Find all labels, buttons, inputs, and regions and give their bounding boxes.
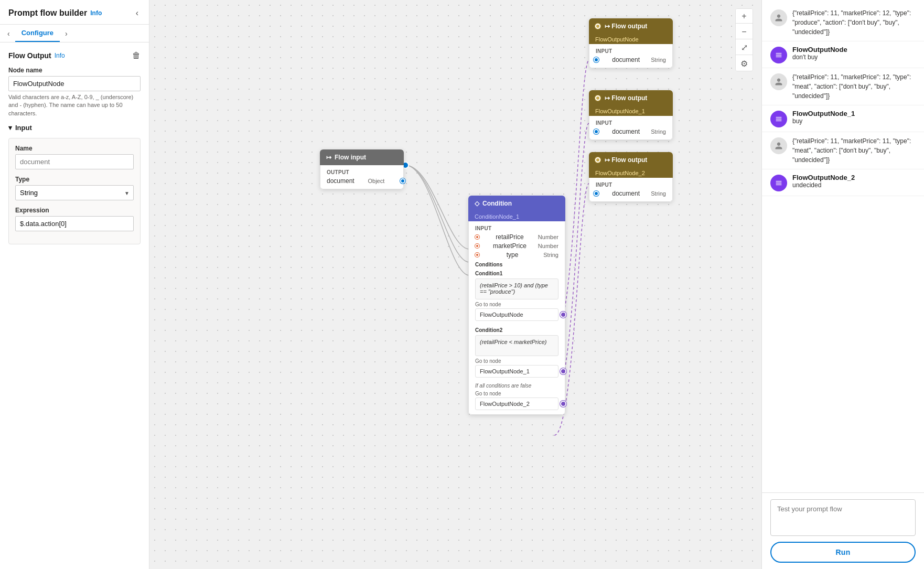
flow-output-1-field-name: document bbox=[612, 56, 640, 63]
avatar-4 bbox=[770, 111, 787, 127]
condition-retailprice-row: retailPrice Number bbox=[475, 233, 558, 241]
condition-icon: ◇ bbox=[475, 200, 479, 207]
result-value-2: don't buy bbox=[792, 53, 847, 61]
flow-input-body: Output document Object bbox=[320, 165, 404, 189]
tab-configure[interactable]: Configure bbox=[15, 25, 60, 42]
nav-tabs: ‹ Configure › bbox=[0, 25, 149, 42]
flow-output-2-header: ↦ Flow output bbox=[589, 90, 673, 106]
fit-view-button[interactable]: ⤢ bbox=[736, 40, 753, 55]
result-text-3: {"retailPrice": 11, "marketPrice": 12, "… bbox=[792, 72, 916, 101]
flow-output-3-title: ↦ Flow output bbox=[605, 156, 647, 164]
result-row-1: {"retailPrice": 11, "marketPrice": 12, "… bbox=[770, 8, 916, 37]
zoom-in-button[interactable]: + bbox=[736, 9, 753, 24]
input-section-header[interactable]: ▾ Input bbox=[8, 124, 141, 132]
flow-output-node-3[interactable]: ↦ Flow output FlowOutputNode_2 Input doc… bbox=[589, 152, 673, 202]
goto-node-1-text: FlowOutputNode bbox=[480, 312, 523, 318]
flow-output-2-body: Input document String bbox=[589, 116, 673, 140]
expression-field-group: Expression bbox=[15, 207, 134, 231]
right-panel: {"retailPrice": 11, "marketPrice": 12, "… bbox=[761, 0, 924, 569]
node-name-input[interactable] bbox=[8, 76, 141, 91]
name-field-group: Name bbox=[15, 145, 134, 169]
goto-node-2-text: FlowOutputNode_1 bbox=[480, 368, 530, 374]
type-label: type bbox=[507, 251, 519, 259]
flow-output-3-dot bbox=[595, 157, 600, 163]
retailprice-label: retailPrice bbox=[496, 233, 523, 241]
result-value-6: undecided bbox=[792, 181, 855, 189]
expression-field-input[interactable] bbox=[15, 216, 134, 231]
collapse-panel-button[interactable]: ‹ bbox=[134, 7, 141, 19]
result-row-2: FlowOutputNode don't buy bbox=[770, 46, 916, 63]
result-row-5: {"retailPrice": 11, "marketPrice": 11, "… bbox=[770, 136, 916, 165]
name-field-label: Name bbox=[15, 145, 134, 152]
condition-header: ◇ Condition bbox=[468, 196, 565, 211]
type-select[interactable]: String bbox=[15, 185, 134, 200]
type-field-label: Type bbox=[15, 176, 134, 183]
goto-node-2: FlowOutputNode_1 bbox=[475, 365, 558, 378]
type-field-group: Type String ▼ bbox=[15, 176, 134, 200]
flow-output-3-connector bbox=[594, 191, 599, 196]
flow-input-field-row: document Object bbox=[327, 177, 397, 185]
input-section-label: Input bbox=[15, 124, 32, 132]
flow-output-2-input-label: Input bbox=[596, 120, 666, 126]
prompt-textarea[interactable] bbox=[770, 499, 916, 536]
flow-output-1-body: Input document String bbox=[589, 44, 673, 68]
result-text-5: {"retailPrice": 11, "marketPrice": 11, "… bbox=[792, 136, 916, 165]
flow-output-2-dot bbox=[595, 95, 600, 101]
flow-input-title: Flow input bbox=[335, 154, 366, 161]
zoom-out-button[interactable]: − bbox=[736, 25, 753, 39]
delete-button[interactable]: 🗑 bbox=[132, 51, 141, 60]
flow-output-3-name: FlowOutputNode_2 bbox=[595, 170, 645, 176]
node-icon-2 bbox=[775, 51, 783, 59]
nav-back-button[interactable]: ‹ bbox=[4, 25, 13, 42]
flow-output-node-2[interactable]: ↦ Flow output FlowOutputNode_1 Input doc… bbox=[589, 90, 673, 140]
marketprice-dot bbox=[475, 244, 479, 248]
result-row-3: {"retailPrice": 11, "marketPrice": 12, "… bbox=[770, 72, 916, 101]
node-icon-4 bbox=[775, 115, 783, 123]
spacer2 bbox=[475, 378, 558, 381]
flow-output-3-field-name: document bbox=[612, 190, 640, 197]
goto-node-3: FlowOutputNode_2 bbox=[475, 398, 558, 410]
nav-forward-button[interactable]: › bbox=[62, 25, 71, 42]
flow-output-1-field-row: document String bbox=[596, 56, 666, 63]
condition-name: ConditionNode_1 bbox=[475, 213, 519, 220]
flow-output-node-1[interactable]: ↦ Flow output FlowOutputNode Input docum… bbox=[589, 18, 673, 68]
user-icon-3 bbox=[775, 78, 783, 86]
type-type: String bbox=[543, 252, 558, 258]
input-card: Name Type String ▼ Expression bbox=[8, 138, 141, 244]
avatar-3 bbox=[770, 73, 787, 90]
flow-output-1-dot bbox=[595, 24, 600, 29]
canvas-controls: + − ⤢ ⚙ bbox=[735, 8, 753, 71]
flow-input-output-label: Output bbox=[327, 169, 397, 175]
result-item-3: {"retailPrice": 11, "marketPrice": 12, "… bbox=[762, 68, 924, 105]
goto-node-3-text: FlowOutputNode_2 bbox=[480, 401, 530, 407]
app-info-link[interactable]: Info bbox=[90, 9, 102, 17]
flow-output-1-header: ↦ Flow output bbox=[589, 18, 673, 34]
flow-output-3-input-label: Input bbox=[596, 182, 666, 188]
marketprice-label: marketPrice bbox=[493, 242, 527, 250]
node-name-label: Node name bbox=[8, 67, 141, 74]
flow-output-2-field-name: document bbox=[612, 128, 640, 135]
condition-body: Input retailPrice Number marketPrice Num… bbox=[468, 221, 565, 415]
avatar-1 bbox=[770, 9, 787, 26]
marketprice-type: Number bbox=[538, 243, 558, 249]
name-field-input[interactable] bbox=[15, 154, 134, 169]
result-item-5: {"retailPrice": 11, "marketPrice": 11, "… bbox=[762, 132, 924, 169]
flow-input-node[interactable]: ↦ Flow input Output document Object bbox=[320, 149, 404, 189]
panel-content: Flow Output Info 🗑 Node name Valid chara… bbox=[0, 42, 149, 569]
flow-output-3-header: ↦ Flow output bbox=[589, 152, 673, 168]
flow-output-2-connector bbox=[594, 129, 599, 134]
section-title-row: Flow Output Info bbox=[8, 51, 65, 60]
spacer1 bbox=[475, 321, 558, 324]
section-title: Flow Output bbox=[8, 51, 51, 60]
run-button[interactable]: Run bbox=[770, 542, 916, 563]
result-node-info-4: FlowOutputNode_1 buy bbox=[792, 110, 855, 125]
results-list: {"retailPrice": 11, "marketPrice": 12, "… bbox=[762, 0, 924, 492]
avatar-5 bbox=[770, 137, 787, 154]
flow-input-header: ↦ Flow input bbox=[320, 149, 404, 165]
canvas-options-button[interactable]: ⚙ bbox=[736, 56, 753, 71]
condition-node[interactable]: ◇ Condition ConditionNode_1 Input retail… bbox=[468, 196, 565, 415]
result-item-6: FlowOutputNode_2 undecided bbox=[762, 169, 924, 196]
section-info-link[interactable]: Info bbox=[55, 52, 65, 59]
goto-node-1-dot bbox=[560, 312, 566, 318]
flow-input-field-name: document bbox=[327, 177, 354, 185]
